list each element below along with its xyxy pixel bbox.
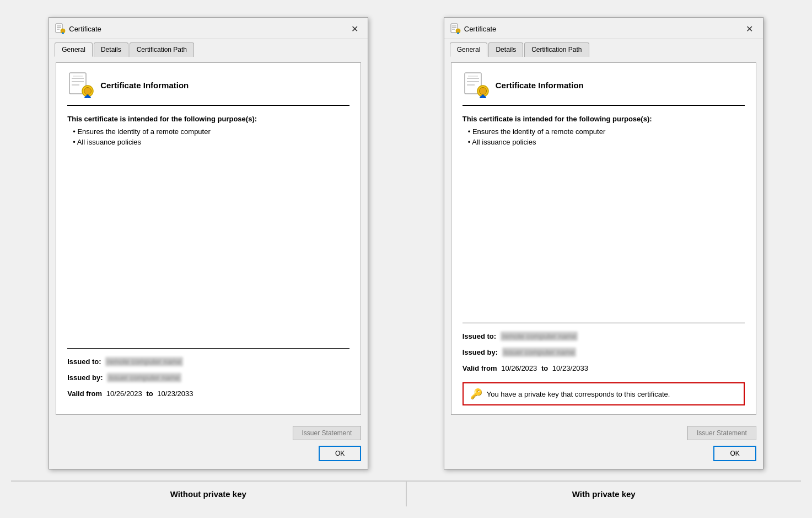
left-ok-button[interactable]: OK bbox=[319, 446, 361, 461]
right-bullet-1: Ensures the identity of a remote compute… bbox=[468, 127, 745, 136]
left-bullet-list: Ensures the identity of a remote compute… bbox=[67, 127, 349, 148]
left-valid-to-label: to bbox=[146, 389, 153, 398]
left-cert-title-icon bbox=[55, 23, 66, 34]
right-issued-to-value: remote computer name bbox=[501, 332, 578, 341]
right-valid-from-date: 10/26/2023 bbox=[501, 364, 537, 372]
right-spacer bbox=[463, 157, 745, 312]
left-dialog-footer: Issuer Statement bbox=[49, 421, 368, 446]
left-bullet-1: Ensures the identity of a remote compute… bbox=[73, 127, 349, 136]
right-dialog-window: Certificate ✕ General Details Certif bbox=[444, 17, 763, 469]
right-tab-certification-path[interactable]: Certification Path bbox=[524, 42, 589, 57]
right-dialog-footer: Issuer Statement bbox=[444, 421, 763, 446]
left-close-icon: ✕ bbox=[351, 24, 358, 34]
right-ok-footer: OK bbox=[444, 446, 763, 469]
right-close-button[interactable]: ✕ bbox=[743, 22, 756, 35]
left-spacer bbox=[67, 157, 349, 337]
right-dialog-section: Certificate ✕ General Details Certif bbox=[406, 12, 802, 480]
right-cert-inner: Certificate Information This certificate… bbox=[451, 62, 756, 415]
left-bullet-2: All issuance policies bbox=[73, 138, 349, 146]
right-tabs-bar: General Details Certification Path bbox=[444, 39, 763, 57]
left-issued-by: Issued by: issuer computer name bbox=[67, 373, 349, 382]
right-cert-icon-svg bbox=[463, 72, 489, 98]
svg-point-5 bbox=[62, 30, 64, 33]
right-purpose-title: This certificate is intended for the fol… bbox=[463, 115, 745, 123]
left-issued-to-value: remote computer name bbox=[105, 357, 182, 366]
right-cert-icon bbox=[463, 72, 489, 98]
left-purpose-title: This certificate is intended for the fol… bbox=[67, 115, 349, 123]
right-ok-button[interactable]: OK bbox=[713, 446, 756, 461]
svg-point-11 bbox=[84, 88, 92, 95]
left-tab-certification-path[interactable]: Certification Path bbox=[130, 42, 194, 57]
right-tab-general[interactable]: General bbox=[450, 42, 488, 57]
right-valid-line: Valid from 10/26/2023 to 10/23/2033 bbox=[463, 364, 745, 372]
left-tab-general[interactable]: General bbox=[55, 42, 93, 57]
right-dialog-body: Certificate Information This certificate… bbox=[444, 57, 763, 421]
right-issued-to: Issued to: remote computer name bbox=[463, 332, 745, 340]
left-valid-from-date: 10/26/2023 bbox=[106, 389, 142, 398]
right-cert-header: Certificate Information bbox=[463, 72, 745, 106]
left-cert-icon-svg bbox=[67, 72, 94, 98]
right-caption: With private key bbox=[407, 480, 802, 506]
right-valid-to-date: 10/23/2033 bbox=[552, 364, 588, 372]
left-cert-header-title: Certificate Information bbox=[100, 81, 189, 90]
left-cert-inner: Certificate Information This certificate… bbox=[56, 62, 361, 415]
right-tab-details[interactable]: Details bbox=[488, 42, 523, 57]
left-issuer-statement-button[interactable]: Issuer Statement bbox=[293, 426, 362, 440]
right-cert-divider bbox=[463, 323, 745, 323]
right-bullet-list: Ensures the identity of a remote compute… bbox=[463, 127, 745, 148]
left-tab-details[interactable]: Details bbox=[94, 42, 128, 57]
left-close-button[interactable]: ✕ bbox=[348, 22, 361, 35]
private-key-box: 🔑 You have a private key that correspond… bbox=[463, 382, 745, 405]
right-issued-to-label: Issued to: bbox=[463, 332, 496, 340]
left-cert-header: Certificate Information bbox=[67, 72, 349, 106]
left-tabs-bar: General Details Certification Path bbox=[49, 39, 368, 57]
right-issued-by-label: Issued by: bbox=[463, 348, 498, 356]
right-dialog-title: Certificate bbox=[464, 25, 497, 33]
caption-row: Without private key With private key bbox=[11, 480, 801, 506]
right-issued-by: Issued by: issuer computer name bbox=[463, 348, 745, 356]
page-wrapper: Certificate ✕ General Details Certif bbox=[0, 1, 812, 517]
left-issued-by-value: issuer computer name bbox=[107, 373, 181, 382]
private-key-text: You have a private key that corresponds … bbox=[487, 390, 670, 398]
left-title-bar-left: Certificate bbox=[55, 23, 101, 34]
left-valid-from-label: Valid from bbox=[67, 389, 102, 398]
svg-point-18 bbox=[456, 30, 459, 33]
right-cert-title-icon bbox=[450, 23, 461, 34]
left-dialog-title: Certificate bbox=[69, 25, 101, 33]
left-dialog-section: Certificate ✕ General Details Certif bbox=[11, 12, 406, 480]
right-cert-header-title: Certificate Information bbox=[496, 81, 584, 90]
right-issued-by-value: issuer computer name bbox=[502, 348, 577, 357]
left-dialog-body: Certificate Information This certificate… bbox=[49, 57, 368, 421]
left-cert-divider bbox=[67, 348, 349, 349]
right-window-icon bbox=[450, 23, 461, 34]
key-icon: 🔑 bbox=[470, 388, 482, 400]
left-ok-footer: OK bbox=[49, 446, 368, 469]
left-issued-to: Issued to: remote computer name bbox=[67, 357, 349, 366]
right-title-bar: Certificate ✕ bbox=[444, 18, 763, 39]
right-valid-to-label: to bbox=[541, 364, 548, 372]
left-window-icon bbox=[55, 23, 66, 34]
right-bullet-2: All issuance policies bbox=[468, 138, 745, 146]
left-title-bar: Certificate ✕ bbox=[49, 18, 368, 39]
left-issued-to-label: Issued to: bbox=[67, 357, 101, 366]
left-issued-by-label: Issued by: bbox=[67, 373, 103, 382]
svg-point-24 bbox=[479, 88, 486, 95]
left-cert-icon bbox=[67, 72, 94, 98]
left-dialog-window: Certificate ✕ General Details Certif bbox=[49, 17, 368, 469]
right-issuer-statement-button[interactable]: Issuer Statement bbox=[687, 426, 756, 440]
left-valid-line: Valid from 10/26/2023 to 10/23/2033 bbox=[67, 389, 349, 398]
left-valid-to-date: 10/23/2033 bbox=[157, 389, 193, 398]
right-title-bar-left: Certificate bbox=[450, 23, 497, 34]
left-caption: Without private key bbox=[11, 480, 406, 506]
dialogs-row: Certificate ✕ General Details Certif bbox=[11, 12, 801, 480]
right-close-icon: ✕ bbox=[746, 24, 753, 34]
right-valid-from-label: Valid from bbox=[463, 364, 497, 372]
